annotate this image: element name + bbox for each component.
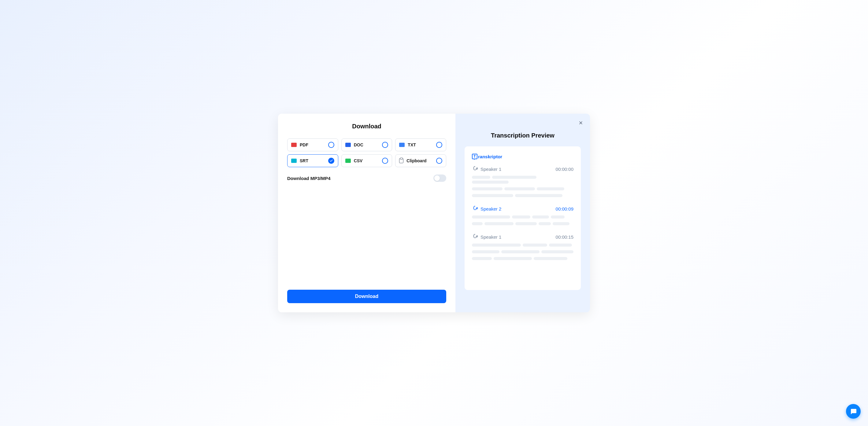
format-option-csv[interactable]: CSV — [341, 154, 393, 167]
skeleton-bar — [472, 176, 490, 179]
skeleton-bar — [534, 257, 567, 260]
skeleton-bar — [523, 243, 547, 247]
format-option-pdf[interactable]: PDF — [287, 138, 338, 151]
skeleton-bar — [472, 250, 499, 253]
format-label: DOC — [354, 142, 379, 147]
skeleton-bar — [472, 194, 513, 197]
srt-icon — [291, 159, 297, 163]
radio-unchecked-icon — [382, 142, 388, 148]
download-title: Download — [287, 123, 446, 130]
skeleton-bar — [472, 216, 510, 219]
toggle-knob — [434, 175, 440, 181]
speaker-icon — [472, 234, 478, 240]
speaker-header: Speaker 100:00:00 — [472, 166, 574, 172]
speaker-time: 00:00:15 — [556, 234, 574, 239]
speakers-list: Speaker 100:00:00Speaker 200:00:09Speake… — [472, 166, 574, 262]
csv-icon — [345, 159, 351, 163]
format-label: SRT — [300, 158, 325, 163]
skeleton-bar — [504, 187, 535, 190]
speaker-header: Speaker 100:00:15 — [472, 234, 574, 240]
skeleton-lines — [472, 243, 574, 262]
speaker-info: Speaker 1 — [472, 166, 501, 172]
skeleton-lines — [472, 216, 574, 227]
close-button[interactable] — [577, 119, 585, 127]
skeleton-bar — [472, 187, 502, 190]
radio-unchecked-icon — [382, 158, 388, 164]
brand-logo-icon: T — [472, 154, 477, 159]
format-grid: PDF DOC TXT SRT — [287, 138, 446, 167]
speaker-time: 00:00:09 — [556, 206, 574, 211]
skeleton-bar — [472, 243, 521, 247]
speaker-name: Speaker 1 — [480, 234, 501, 239]
skeleton-bar — [538, 222, 551, 225]
download-panel: Download PDF DOC TXT S — [278, 114, 456, 312]
radio-unchecked-icon — [436, 158, 442, 164]
download-button[interactable]: Download — [287, 290, 446, 303]
speaker-block: Speaker 100:00:15 — [472, 234, 574, 262]
format-option-doc[interactable]: DOC — [341, 138, 393, 151]
format-label: PDF — [300, 142, 325, 147]
skeleton-bar — [472, 257, 492, 260]
speaker-block: Speaker 100:00:00 — [472, 166, 574, 199]
preview-title: Transcription Preview — [465, 132, 581, 139]
format-label: CSV — [354, 158, 379, 163]
skeleton-bar — [537, 187, 564, 190]
pdf-icon — [291, 143, 297, 147]
preview-panel: Transcription Preview T ranskriptor Spea… — [456, 114, 590, 312]
chat-icon — [850, 408, 857, 415]
download-modal: Download PDF DOC TXT S — [278, 114, 590, 312]
format-label: Clipboard — [406, 158, 433, 163]
chat-launcher[interactable] — [846, 404, 861, 419]
speaker-time: 00:00:00 — [556, 167, 574, 172]
speaker-info: Speaker 2 — [472, 206, 501, 212]
skeleton-bar — [515, 222, 537, 225]
radio-unchecked-icon — [328, 142, 334, 148]
skeleton-bar — [532, 216, 549, 219]
skeleton-bar — [553, 222, 569, 225]
format-option-clipboard[interactable]: Clipboard — [395, 154, 446, 167]
speaker-name: Speaker 2 — [480, 206, 501, 211]
speaker-icon — [472, 166, 478, 172]
format-option-txt[interactable]: TXT — [395, 138, 446, 151]
skeleton-bar — [472, 181, 508, 184]
skeleton-bar — [551, 216, 565, 219]
close-icon — [578, 121, 583, 125]
skeleton-bar — [501, 250, 539, 253]
mp3-toggle[interactable] — [433, 174, 446, 182]
clipboard-icon — [399, 158, 403, 163]
speaker-block: Speaker 200:00:09 — [472, 206, 574, 227]
mp3-toggle-row: Download MP3/MP4 — [287, 173, 446, 183]
skeleton-bar — [472, 222, 483, 225]
skeleton-bar — [541, 250, 574, 253]
skeleton-bar — [515, 194, 562, 197]
speaker-name: Speaker 1 — [480, 167, 501, 172]
brand-logo: T ranskriptor — [472, 154, 574, 159]
skeleton-bar — [492, 176, 536, 179]
txt-icon — [399, 143, 405, 147]
brand-text: ranskriptor — [478, 154, 502, 159]
doc-icon — [345, 143, 351, 147]
preview-card: T ranskriptor Speaker 100:00:00Speaker 2… — [465, 146, 581, 290]
skeleton-lines — [472, 176, 574, 199]
format-label: TXT — [408, 142, 433, 147]
speaker-info: Speaker 1 — [472, 234, 501, 240]
mp3-toggle-label: Download MP3/MP4 — [287, 176, 331, 181]
skeleton-bar — [485, 222, 514, 225]
skeleton-bar — [512, 216, 530, 219]
skeleton-bar — [549, 243, 572, 247]
radio-unchecked-icon — [436, 142, 442, 148]
speaker-icon — [472, 206, 478, 212]
format-option-srt[interactable]: SRT — [287, 154, 338, 167]
radio-checked-icon — [328, 158, 334, 164]
skeleton-bar — [494, 257, 532, 260]
speaker-header: Speaker 200:00:09 — [472, 206, 574, 212]
